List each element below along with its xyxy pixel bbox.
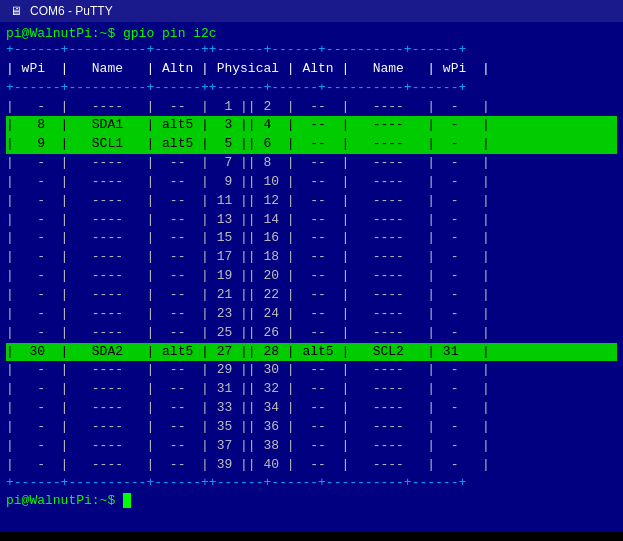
- table-row: | - | ---- | -- | 29 || 30 | -- | ---- |…: [6, 361, 617, 380]
- table-row-highlighted: | 8 | SDA1 | alt5 | 3 || 4 | -- | ---- |…: [6, 116, 617, 135]
- table-row: | - | ---- | -- | 1 || 2 | -- | ---- | -…: [6, 98, 617, 117]
- table-row: | - | ---- | -- | 31 || 32 | -- | ---- |…: [6, 380, 617, 399]
- prompt-end: pi@WalnutPi:~$: [6, 493, 617, 508]
- table-row: | - | ---- | -- | 33 || 34 | -- | ---- |…: [6, 399, 617, 418]
- table-row: | - | ---- | -- | 11 || 12 | -- | ---- |…: [6, 192, 617, 211]
- prompt-command: pi@WalnutPi:~$ gpio pin i2c: [6, 26, 617, 41]
- table-row: | - | ---- | -- | 21 || 22 | -- | ---- |…: [6, 286, 617, 305]
- table-row: | - | ---- | -- | 23 || 24 | -- | ---- |…: [6, 305, 617, 324]
- table-row: | - | ---- | -- | 25 || 26 | -- | ---- |…: [6, 324, 617, 343]
- table-row: | - | ---- | -- | 37 || 38 | -- | ---- |…: [6, 437, 617, 456]
- title-icon: 🖥: [8, 3, 24, 19]
- table-row: | - | ---- | -- | 19 || 20 | -- | ---- |…: [6, 267, 617, 286]
- table-row: | - | ---- | -- | 35 || 36 | -- | ---- |…: [6, 418, 617, 437]
- title-bar: 🖥 COM6 - PuTTY: [0, 0, 623, 22]
- table-row-highlighted: | 9 | SCL1 | alt5 | 5 || 6 | -- | ---- |…: [6, 135, 617, 154]
- table-row-highlighted: | 30 | SDA2 | alt5 | 27 || 28 | alt5 | S…: [6, 343, 617, 362]
- terminal: pi@WalnutPi:~$ gpio pin i2c +------+----…: [0, 22, 623, 532]
- table-row: +------+----------+------++------+------…: [6, 474, 617, 493]
- table-row: +------+----------+------++------+------…: [6, 41, 617, 60]
- table-container: +------+----------+------++------+------…: [6, 41, 617, 493]
- table-row: | - | ---- | -- | 13 || 14 | -- | ---- |…: [6, 211, 617, 230]
- window-title: COM6 - PuTTY: [30, 4, 113, 18]
- table-row: | - | ---- | -- | 9 || 10 | -- | ---- | …: [6, 173, 617, 192]
- table-row: | - | ---- | -- | 7 || 8 | -- | ---- | -…: [6, 154, 617, 173]
- table-row: | - | ---- | -- | 15 || 16 | -- | ---- |…: [6, 229, 617, 248]
- table-header: | wPi | Name | Altn | Physical | Altn | …: [6, 60, 617, 79]
- table-row: +------+----------+------++------+------…: [6, 79, 617, 98]
- table-row: | - | ---- | -- | 17 || 18 | -- | ---- |…: [6, 248, 617, 267]
- table-row: | - | ---- | -- | 39 || 40 | -- | ---- |…: [6, 456, 617, 475]
